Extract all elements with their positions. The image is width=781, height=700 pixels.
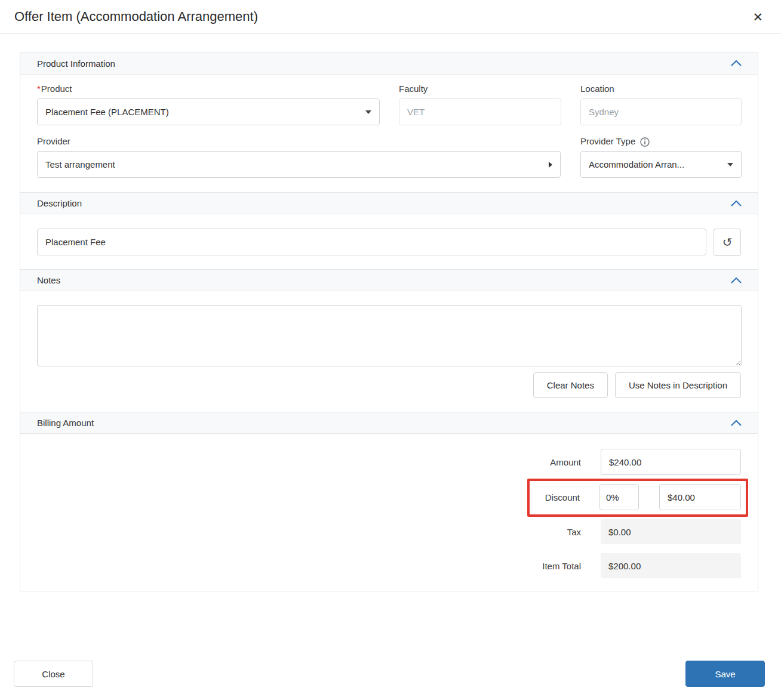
location-field-group: Location (580, 84, 742, 125)
product-label: *Product (37, 84, 380, 94)
dialog-footer: Close Save (14, 661, 765, 687)
section-header-billing-amount[interactable]: Billing Amount (20, 412, 758, 434)
location-field (580, 98, 742, 125)
amount-input[interactable] (601, 449, 741, 475)
caret-down-icon (727, 163, 733, 166)
discount-amount-input[interactable] (659, 484, 741, 510)
section-product-information: Product Information *Product Placement F… (20, 53, 758, 192)
product-field-group: *Product Placement Fee (PLACEMENT) (37, 84, 380, 125)
discount-label: Discount (545, 492, 580, 502)
restore-description-button[interactable]: ↺ (714, 229, 741, 256)
dialog-title: Offer Item (Accommodation Arrangement) (14, 9, 258, 24)
use-notes-in-description-button[interactable]: Use Notes in Description (615, 372, 741, 398)
provider-type-select-value: Accommodation Arran... (589, 159, 684, 169)
tax-value: $0.00 (601, 519, 741, 544)
provider-type-field-group: Provider Type Accommodation Arran... (580, 136, 742, 178)
section-header-description[interactable]: Description (20, 192, 758, 214)
clear-notes-button[interactable]: Clear Notes (533, 372, 608, 398)
provider-lookup[interactable]: Test arrangement (37, 151, 561, 178)
section-notes: Notes Clear Notes Use Notes in Descripti… (20, 269, 758, 412)
location-label: Location (580, 84, 742, 94)
product-select-value: Placement Fee (PLACEMENT) (45, 107, 169, 117)
dialog-header: Offer Item (Accommodation Arrangement) ✕ (0, 0, 781, 34)
tax-row: Tax $0.00 (37, 519, 741, 544)
info-icon[interactable] (640, 137, 650, 147)
provider-lookup-value: Test arrangement (45, 159, 115, 169)
caret-down-icon (365, 110, 371, 114)
notes-textarea[interactable] (37, 305, 742, 366)
dialog-body: Product Information *Product Placement F… (20, 52, 758, 591)
faculty-label: Faculty (399, 84, 561, 94)
close-icon[interactable]: ✕ (750, 8, 765, 26)
section-title-description: Description (37, 198, 82, 208)
chevron-up-icon[interactable] (731, 277, 742, 283)
section-description: Description ↺ (20, 192, 758, 269)
discount-row: Discount (37, 484, 741, 510)
discount-percent-input[interactable] (599, 484, 639, 510)
arrow-right-icon (549, 162, 552, 168)
item-total-label: Item Total (542, 561, 581, 571)
chevron-up-icon[interactable] (731, 201, 742, 206)
provider-type-label: Provider Type (580, 136, 635, 146)
section-title-billing-amount: Billing Amount (37, 418, 94, 428)
section-header-product-information[interactable]: Product Information (20, 53, 758, 75)
faculty-field-group: Faculty (399, 84, 561, 125)
history-icon: ↺ (722, 235, 733, 249)
chevron-up-icon[interactable] (731, 420, 742, 426)
close-button[interactable]: Close (14, 661, 93, 687)
description-input[interactable] (37, 229, 706, 255)
faculty-field (399, 98, 561, 125)
required-asterisk: * (37, 84, 41, 94)
provider-field-group: Provider Test arrangement (37, 136, 561, 178)
item-total-row: Item Total $200.00 (37, 553, 741, 578)
section-title-product-information: Product Information (37, 58, 115, 69)
tax-label: Tax (567, 527, 581, 537)
product-select[interactable]: Placement Fee (PLACEMENT) (37, 98, 380, 125)
section-billing-amount: Billing Amount Amount Discount Tax $0.00 (20, 412, 758, 591)
provider-type-select[interactable]: Accommodation Arran... (580, 151, 742, 178)
item-total-value: $200.00 (601, 553, 741, 578)
save-button[interactable]: Save (685, 661, 765, 687)
provider-label: Provider (37, 136, 561, 146)
amount-label: Amount (550, 457, 581, 467)
amount-row: Amount (37, 449, 741, 475)
section-title-notes: Notes (37, 275, 60, 285)
chevron-up-icon[interactable] (731, 60, 742, 66)
section-header-notes[interactable]: Notes (20, 269, 758, 291)
